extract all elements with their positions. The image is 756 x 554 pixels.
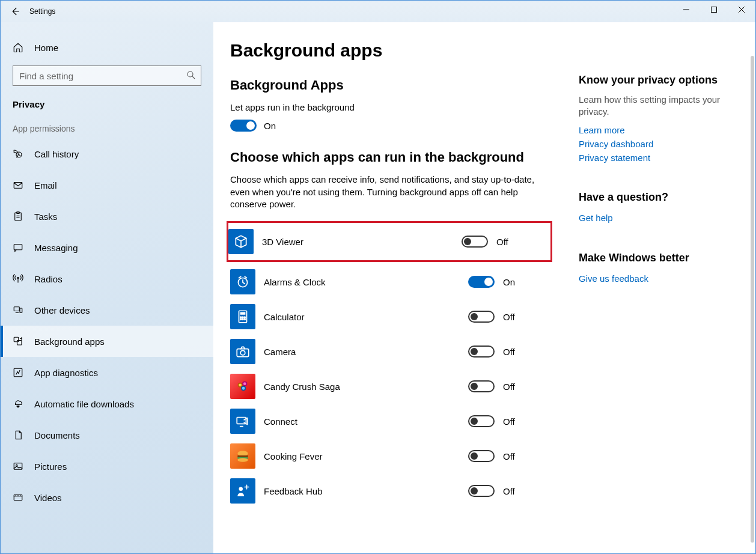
- app-toggle[interactable]: [468, 450, 495, 462]
- app-toggle[interactable]: [468, 485, 495, 497]
- sidebar-item-email[interactable]: Email: [1, 169, 213, 201]
- question-block: Have a question? Get help: [579, 191, 743, 225]
- app-toggle-label: Off: [503, 347, 515, 357]
- sidebar-item-label: Background apps: [34, 336, 105, 347]
- app-name: Cooking Fever: [264, 451, 460, 461]
- svg-point-25: [244, 317, 245, 318]
- app-toggle-wrap: Off: [468, 485, 552, 497]
- svg-point-32: [243, 382, 247, 386]
- sidebar-item-radios[interactable]: Radios: [1, 263, 213, 294]
- category-label: Privacy: [1, 94, 213, 124]
- app-row: Alarms & Clock On: [230, 264, 552, 299]
- app-name: Alarms & Clock: [264, 277, 460, 287]
- background-apps-icon: [13, 336, 23, 347]
- home-label: Home: [34, 43, 58, 53]
- sidebar-item-downloads[interactable]: Automatic file downloads: [1, 388, 213, 419]
- svg-rect-12: [14, 307, 19, 311]
- sidebar-item-label: Tasks: [34, 212, 57, 222]
- app-row: Camera Off: [230, 334, 552, 369]
- app-toggle-label: Off: [503, 486, 515, 496]
- app-row: Feedback Hub Off: [230, 473, 552, 508]
- home-icon: [13, 42, 23, 53]
- app-toggle-label: Off: [496, 237, 508, 247]
- svg-point-33: [242, 386, 246, 391]
- minimize-button[interactable]: [672, 1, 700, 19]
- window-controls: [672, 1, 755, 19]
- svg-point-35: [237, 451, 248, 456]
- sidebar-item-other-devices[interactable]: Other devices: [1, 294, 213, 326]
- privacy-block: Know your privacy options Learn how this…: [579, 74, 743, 165]
- sidebar-item-documents[interactable]: Documents: [1, 419, 213, 451]
- sidebar-item-label: Automatic file downloads: [34, 399, 134, 409]
- app-icon-connect: [230, 409, 255, 434]
- back-arrow-icon: [10, 6, 20, 17]
- highlight-annotation: 3D Viewer Off: [227, 221, 552, 262]
- sidebar-item-background-apps[interactable]: Background apps: [1, 326, 213, 357]
- app-icon-camera: [230, 339, 255, 364]
- app-name: 3D Viewer: [262, 237, 453, 247]
- app-icon-burger: [230, 443, 255, 469]
- scrollbar[interactable]: [751, 56, 754, 543]
- search-icon: [186, 70, 197, 83]
- get-help-link[interactable]: Get help: [579, 211, 743, 225]
- app-toggle[interactable]: [468, 276, 495, 288]
- sidebar-item-label: Videos: [34, 493, 62, 503]
- sidebar-item-pictures[interactable]: Pictures: [1, 451, 213, 482]
- sidebar-item-videos[interactable]: Videos: [1, 482, 213, 513]
- app-toggle-label: Off: [503, 382, 515, 392]
- home-button[interactable]: Home: [1, 35, 213, 59]
- section1-desc: Let apps run in the background: [230, 102, 552, 114]
- app-name: Feedback Hub: [264, 486, 460, 496]
- app-toggle[interactable]: [468, 415, 495, 427]
- feedback-link[interactable]: Give us feedback: [579, 272, 743, 285]
- pictures-icon: [13, 461, 23, 472]
- search-wrap: [1, 59, 213, 94]
- privacy-statement-link[interactable]: Privacy statement: [579, 151, 743, 165]
- group-label: App permissions: [1, 124, 213, 138]
- app-toggle-label: On: [503, 277, 515, 287]
- app-icon-clock: [230, 269, 255, 294]
- app-toggle-wrap: Off: [468, 345, 552, 358]
- svg-rect-36: [237, 455, 248, 457]
- master-toggle[interactable]: [230, 120, 257, 132]
- app-toggle[interactable]: [468, 345, 495, 358]
- call-history-icon: [13, 148, 23, 159]
- sidebar-item-app-diagnostics[interactable]: App diagnostics: [1, 357, 213, 388]
- window-body: Home Privacy App permissions Call histor…: [1, 22, 755, 553]
- sidebar-item-messaging[interactable]: Messaging: [1, 232, 213, 263]
- svg-point-24: [242, 317, 243, 318]
- back-button[interactable]: [1, 1, 29, 22]
- app-icon-candy: [230, 374, 255, 399]
- svg-rect-14: [14, 337, 19, 342]
- documents-icon: [13, 430, 23, 440]
- sidebar: Home Privacy App permissions Call histor…: [1, 22, 213, 553]
- page-title: Background apps: [230, 40, 552, 61]
- app-diagnostics-icon: [13, 367, 23, 378]
- close-button[interactable]: [728, 1, 755, 19]
- app-toggle[interactable]: [468, 311, 495, 323]
- svg-point-11: [17, 277, 19, 278]
- privacy-dashboard-link[interactable]: Privacy dashboard: [579, 137, 743, 151]
- messaging-icon: [13, 242, 23, 253]
- svg-point-26: [240, 318, 242, 320]
- window-title: Settings: [29, 7, 55, 16]
- app-toggle[interactable]: [462, 236, 488, 248]
- maximize-button[interactable]: [700, 1, 728, 19]
- app-row: Cooking Fever Off: [230, 439, 552, 473]
- app-icon-calculator: [230, 304, 255, 329]
- svg-rect-22: [240, 312, 246, 314]
- svg-rect-17: [14, 463, 22, 470]
- app-toggle[interactable]: [468, 380, 495, 392]
- tasks-icon: [13, 211, 23, 222]
- learn-more-link[interactable]: Learn more: [579, 123, 743, 137]
- app-name: Candy Crush Saga: [264, 382, 460, 392]
- svg-point-4: [187, 72, 193, 77]
- search-input[interactable]: [13, 65, 201, 86]
- question-heading: Have a question?: [579, 191, 743, 204]
- svg-point-23: [240, 317, 242, 318]
- sidebar-item-call-history[interactable]: Call history: [1, 138, 213, 169]
- nav-list: Call history Email Tasks Messaging Radio…: [1, 138, 213, 513]
- sidebar-item-tasks[interactable]: Tasks: [1, 201, 213, 232]
- better-block: Make Windows better Give us feedback: [579, 252, 743, 285]
- section1-title: Background Apps: [230, 78, 552, 93]
